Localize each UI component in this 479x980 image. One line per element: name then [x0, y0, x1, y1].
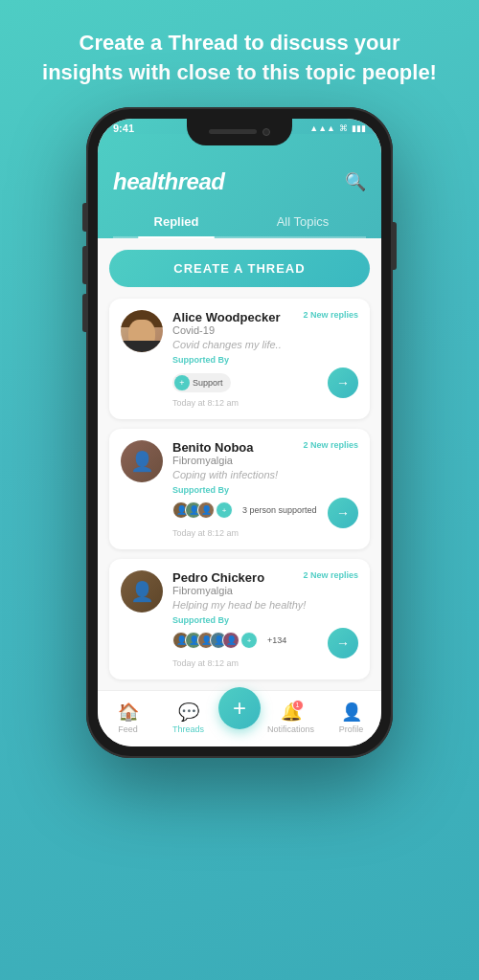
support-chip-alice[interactable]: + Support	[172, 373, 231, 392]
avatar-pedro: 👤	[121, 570, 163, 612]
thread-time-pedro: Today at 8:12 am	[172, 658, 358, 668]
nav-profile[interactable]: 👤 Profile	[321, 702, 381, 734]
thread-card-benito: 👤 Benito Noboa 2 New replies Fibromyalgi…	[109, 429, 370, 549]
volume-down-button	[82, 294, 86, 332]
thread-info-alice: Alice Woodpecker 2 New replies Covid-19 …	[172, 310, 358, 408]
profile-icon: 👤	[341, 702, 362, 723]
notch-speaker	[209, 129, 257, 134]
supported-by-label-alice: Supported By	[172, 355, 358, 365]
status-icons: ▲▲▲ ⌘ ▮▮▮	[309, 123, 366, 133]
volume-up-button	[82, 246, 86, 284]
app-tabs: Replied All Topics	[113, 207, 366, 238]
search-button[interactable]: 🔍	[345, 171, 366, 192]
nav-threads[interactable]: 💬 Threads	[158, 702, 218, 734]
supported-by-label-pedro: Supported By	[172, 615, 358, 625]
supported-by-label-benito: Supported By	[172, 485, 358, 495]
app-content: CREATE A THREAD Alice Woodpecker 2 New r…	[98, 238, 381, 690]
bottom-nav: 🏠 Feed 💬 Threads + 🔔 1 Notifications 👤 P…	[98, 690, 381, 746]
create-thread-button[interactable]: CREATE A THREAD	[109, 250, 370, 287]
thread-arrow-benito[interactable]: →	[328, 498, 358, 528]
thread-name-alice: Alice Woodpecker	[172, 310, 280, 324]
feed-icon: 🏠	[118, 702, 139, 723]
nav-fab[interactable]: +	[218, 687, 261, 729]
notification-badge: 1	[292, 700, 304, 711]
thread-topic-alice: Covid-19	[172, 324, 358, 336]
feed-label: Feed	[118, 724, 138, 734]
thread-card-alice: Alice Woodpecker 2 New replies Covid-19 …	[109, 299, 370, 419]
supporter-count-pedro: +134	[267, 635, 286, 645]
app-header: healthread 🔍 Replied All Topics	[98, 134, 381, 238]
phone-notch	[187, 119, 292, 145]
notifications-label: Notifications	[267, 724, 314, 734]
thread-preview-alice: Covid changes my life..	[172, 339, 358, 350]
thread-time-benito: Today at 8:12 am	[172, 528, 358, 538]
threads-label: Threads	[172, 724, 204, 734]
thread-info-pedro: Pedro Chickero 2 New replies Fibromyalgi…	[172, 570, 358, 668]
power-button	[393, 222, 397, 270]
supporters-benito: 👤 👤 👤 + 3 person supported	[172, 501, 317, 519]
notifications-icon: 🔔 1	[281, 702, 302, 723]
nav-feed[interactable]: 🏠 Feed	[98, 702, 158, 734]
thread-time-alice: Today at 8:12 am	[172, 398, 358, 408]
thread-new-replies-pedro: 2 New replies	[303, 570, 358, 580]
app-header-top: healthread 🔍	[113, 168, 366, 195]
thread-preview-pedro: Helping my head be healthy!	[172, 599, 358, 611]
threads-icon: 💬	[178, 702, 199, 723]
thread-arrow-alice[interactable]: →	[328, 368, 358, 398]
tab-replied[interactable]: Replied	[113, 207, 240, 236]
avatar-alice	[121, 310, 163, 352]
status-time: 9:41	[113, 122, 134, 134]
thread-arrow-pedro[interactable]: →	[328, 628, 358, 658]
fab-plus-icon: +	[233, 695, 246, 722]
tab-all-topics[interactable]: All Topics	[240, 207, 366, 236]
signal-icon: ▲▲▲	[309, 123, 335, 133]
mute-button	[82, 203, 86, 232]
nav-notifications[interactable]: 🔔 1 Notifications	[261, 702, 321, 734]
thread-new-replies-benito: 2 New replies	[303, 440, 358, 450]
notch-camera	[262, 128, 270, 136]
thread-topic-benito: Fibromyalgia	[172, 455, 358, 466]
thread-name-benito: Benito Noboa	[172, 440, 254, 455]
thread-info-benito: Benito Noboa 2 New replies Fibromyalgia …	[172, 440, 358, 538]
supporter-count-benito: 3 person supported	[242, 505, 317, 515]
headline-text: Create a Thread to discuss your insights…	[0, 0, 479, 107]
phone-screen: 9:41 ▲▲▲ ⌘ ▮▮▮ healthread 🔍 Replied	[98, 119, 381, 746]
thread-card-pedro: 👤 Pedro Chickero 2 New replies Fibromyal…	[109, 559, 370, 679]
phone-shell: 9:41 ▲▲▲ ⌘ ▮▮▮ healthread 🔍 Replied	[86, 107, 393, 758]
thread-new-replies-alice: 2 New replies	[303, 310, 358, 320]
battery-icon: ▮▮▮	[352, 123, 366, 133]
thread-topic-pedro: Fibromyalgia	[172, 585, 358, 596]
thread-name-pedro: Pedro Chickero	[172, 570, 264, 585]
supporters-pedro: 👤 👤 👤 👤 👤 + +134	[172, 632, 286, 649]
app-logo: healthread	[113, 168, 224, 195]
profile-label: Profile	[339, 724, 364, 734]
wifi-icon: ⌘	[339, 123, 348, 133]
avatar-benito: 👤	[121, 440, 163, 482]
thread-preview-benito: Coping with infections!	[172, 469, 358, 480]
